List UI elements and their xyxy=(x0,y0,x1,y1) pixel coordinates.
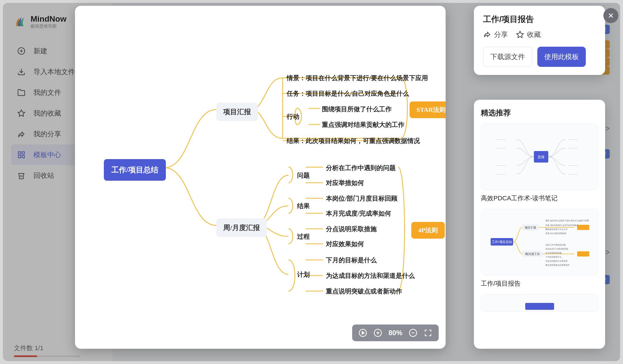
mindmap-branch-1[interactable]: 项目汇报 xyxy=(216,103,258,121)
mindmap-node[interactable]: 分点说明采取措施 xyxy=(326,225,377,233)
svg-text:————: ———— xyxy=(568,147,578,149)
mindmap-node[interactable]: 为达成目标的方法和渠道是什么 xyxy=(326,271,415,280)
mindmap-node[interactable]: 问题 xyxy=(297,171,310,180)
mindmap-node[interactable]: 任务：项目目标是什么/自己对应角色是什么 xyxy=(287,89,409,98)
template-preview-modal: 工作/项目总结 项目汇报 周/月度汇报 STAR法则 4P法则 情景：项目在什么… xyxy=(75,6,446,349)
svg-text:分析工作中遇到的问题: 分析工作中遇到的问题 xyxy=(545,244,566,246)
zoom-value: 80% xyxy=(389,329,402,337)
close-button[interactable] xyxy=(603,8,618,23)
recommend-card[interactable]: 工作/项目总结 项目汇报 周/月度工作 情景 项目在什么背景下进行/要在什么场景… xyxy=(481,209,598,275)
mindmap-node[interactable]: 结果 xyxy=(297,202,310,210)
mindmap-node[interactable]: 结果：此次项目结果如何，可重点强调数据情况 xyxy=(287,137,420,145)
recommend-thumb: 工作/项目总结 项目汇报 周/月度工作 情景 项目在什么背景下进行/要在什么场景… xyxy=(485,213,594,271)
use-template-button[interactable]: 使用此模板 xyxy=(537,47,586,67)
svg-text:————: ———— xyxy=(496,138,506,141)
svg-text:————: ———— xyxy=(496,147,506,149)
svg-text:工作/项目总结: 工作/项目总结 xyxy=(492,240,512,244)
svg-text:情景 项目在什么背景下进行/要在什么场景下应用: 情景 项目在什么背景下进行/要在什么场景下应用 xyxy=(545,220,589,222)
svg-rect-48 xyxy=(525,303,554,310)
recommend-title: 精选推荐 xyxy=(481,108,598,118)
mindmap-node[interactable]: 下月的目标是什么 xyxy=(326,256,377,265)
play-button[interactable] xyxy=(359,329,367,337)
mindmap-node[interactable]: 本月完成度/完成率如何 xyxy=(326,209,391,218)
recommend-card[interactable] xyxy=(481,294,598,312)
recommend-card[interactable]: 思维 ———————— ———————— ———————— ———————— xyxy=(481,124,598,190)
svg-marker-11 xyxy=(362,331,364,334)
recommend-label: 高效PDCA工作术-读书笔记 xyxy=(481,194,598,203)
template-info-panel: 工作/项目报告 分享 收藏 下载源文件 使用此模板 xyxy=(474,6,605,75)
mindmap-tag-4p[interactable]: 4P法则 xyxy=(411,222,445,239)
mindmap-node[interactable]: 计划 xyxy=(297,270,310,279)
mindmap-node[interactable]: 对应效果如何 xyxy=(326,240,364,248)
mindmap-root[interactable]: 工作/项目总结 xyxy=(104,159,166,181)
svg-text:————: ———— xyxy=(496,164,506,167)
svg-text:————: ———— xyxy=(568,173,578,175)
download-source-button[interactable]: 下载源文件 xyxy=(483,47,532,67)
svg-text:————: ———— xyxy=(568,138,578,141)
svg-text:下月的目标是什么: 下月的目标是什么 xyxy=(545,256,562,258)
fullscreen-button[interactable] xyxy=(424,329,432,337)
favorite-label: 收藏 xyxy=(527,30,541,39)
svg-text:项目汇报: 项目汇报 xyxy=(525,226,536,229)
star-icon xyxy=(516,31,524,39)
mindmap-node[interactable]: 本岗位/部门月度目标回顾 xyxy=(326,194,397,203)
favorite-action[interactable]: 收藏 xyxy=(516,30,541,39)
svg-text:为达成目标的方法和渠道: 为达成目标的方法和渠道 xyxy=(545,260,568,262)
mindmap-node[interactable]: 重点强调对结果贡献大的工作 xyxy=(322,120,404,129)
svg-text:围绕项目所做了什么工作: 围绕项目所做了什么工作 xyxy=(545,228,568,231)
recommend-thumb xyxy=(485,294,594,312)
svg-text:思维: 思维 xyxy=(537,155,545,159)
mindmap-node[interactable]: 情景：项目在什么背景下进行/要在什么场景下应用 xyxy=(287,74,428,82)
svg-rect-36 xyxy=(577,225,589,230)
svg-text:结果 此次项目结果如何: 结果 此次项目结果如何 xyxy=(545,232,566,235)
zoom-in-button[interactable] xyxy=(374,329,382,337)
share-action[interactable]: 分享 xyxy=(483,30,508,39)
mindmap-tag-star[interactable]: STAR法则 xyxy=(410,101,446,118)
svg-text:任务 项目目标是什么自己的对应角色: 任务 项目目标是什么自己的对应角色 xyxy=(545,224,578,227)
share-icon xyxy=(483,31,491,39)
svg-rect-37 xyxy=(577,251,589,257)
close-icon xyxy=(607,12,615,19)
mindmap-node[interactable]: 重点说明突破点或者新动作 xyxy=(326,287,402,296)
mindmap-node[interactable]: 对应举措如何 xyxy=(326,179,364,187)
mindmap-canvas[interactable]: 工作/项目总结 项目汇报 周/月度汇报 STAR法则 4P法则 情景：项目在什么… xyxy=(75,6,446,349)
zoom-toolbar: 80% xyxy=(352,325,439,341)
share-label: 分享 xyxy=(494,30,508,39)
svg-text:周/月度工作: 周/月度工作 xyxy=(525,252,540,256)
svg-text:分点说明采取措施: 分点说明采取措施 xyxy=(545,252,562,254)
svg-marker-17 xyxy=(517,31,523,37)
template-title: 工作/项目报告 xyxy=(483,14,596,25)
mindmap-node[interactable]: 围绕项目所做了什么工作 xyxy=(322,105,392,114)
zoom-out-button[interactable] xyxy=(409,329,417,337)
svg-text:重点说明突破点或者新动作: 重点说明突破点或者新动作 xyxy=(545,264,570,266)
recommend-panel: 精选推荐 思维 ———————— ———————— ———————— —————… xyxy=(474,100,605,349)
recommend-label: 工作/项目报告 xyxy=(481,279,598,288)
mindmap-node[interactable]: 分析在工作中遇到的问题 xyxy=(326,164,396,172)
recommend-thumb: 思维 ———————— ———————— ———————— ———————— xyxy=(485,128,594,186)
mindmap-node[interactable]: 过程 xyxy=(297,232,310,241)
svg-text:————: ———— xyxy=(496,173,506,175)
svg-text:本岗位/部门月度目标回顾: 本岗位/部门月度目标回顾 xyxy=(545,248,568,250)
svg-text:————: ———— xyxy=(568,164,578,167)
mindmap-branch-2[interactable]: 周/月度汇报 xyxy=(216,218,267,237)
mindmap-node[interactable]: 行动 xyxy=(287,112,299,121)
